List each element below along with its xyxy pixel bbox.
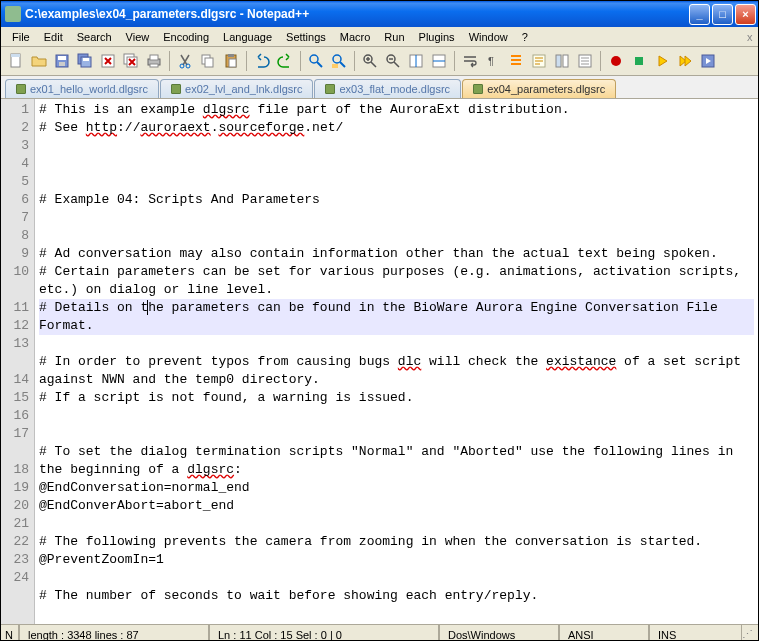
code-line[interactable]: @EndConverAbort=abort_end xyxy=(39,497,754,515)
play-macro-button[interactable] xyxy=(651,50,673,72)
menu-search[interactable]: Search xyxy=(70,29,119,45)
menu-language[interactable]: Language xyxy=(216,29,279,45)
save-all-button[interactable] xyxy=(74,50,96,72)
wordwrap-button[interactable] xyxy=(459,50,481,72)
tab-label: ex04_parameters.dlgsrc xyxy=(487,83,605,95)
code-line[interactable] xyxy=(39,515,754,533)
menu-window[interactable]: Window xyxy=(462,29,515,45)
line-number: 11 xyxy=(1,299,29,317)
zoom-in-button[interactable] xyxy=(359,50,381,72)
zoom-out-button[interactable] xyxy=(382,50,404,72)
status-bar: N length : 3348 lines : 87 Ln : 11 Col :… xyxy=(1,624,758,641)
tab-ex04_parameters-dlgsrc[interactable]: ex04_parameters.dlgsrc xyxy=(462,79,616,98)
svg-rect-34 xyxy=(635,57,643,65)
code-line[interactable]: # In order to prevent typos from causing… xyxy=(39,353,754,389)
line-number: 17 xyxy=(1,425,29,461)
tab-ex01_hello_world-dlgsrc[interactable]: ex01_hello_world.dlgsrc xyxy=(5,79,159,98)
status-length: length : 3348 lines : 87 xyxy=(19,625,209,641)
func-list-button[interactable] xyxy=(574,50,596,72)
code-line[interactable] xyxy=(39,335,754,353)
save-macro-button[interactable] xyxy=(697,50,719,72)
replace-button[interactable] xyxy=(328,50,350,72)
status-eol: Dos\Windows xyxy=(439,625,559,641)
close-file-button[interactable] xyxy=(97,50,119,72)
menu-macro[interactable]: Macro xyxy=(333,29,378,45)
record-macro-button[interactable] xyxy=(605,50,627,72)
code-line[interactable]: # If a script is not found, a warning is… xyxy=(39,389,754,407)
menu-encoding[interactable]: Encoding xyxy=(156,29,216,45)
svg-rect-12 xyxy=(150,55,158,60)
maximize-button[interactable]: □ xyxy=(712,4,733,25)
code-line[interactable] xyxy=(39,155,754,173)
close-button[interactable]: × xyxy=(735,4,756,25)
open-file-button[interactable] xyxy=(28,50,50,72)
code-editor[interactable]: # This is an example dlgsrc file part of… xyxy=(35,99,758,624)
paste-button[interactable] xyxy=(220,50,242,72)
play-multi-button[interactable] xyxy=(674,50,696,72)
svg-rect-13 xyxy=(150,64,158,67)
sync-v-button[interactable] xyxy=(405,50,427,72)
tab-ex02_lvl_and_lnk-dlgsrc[interactable]: ex02_lvl_and_lnk.dlgsrc xyxy=(160,79,313,98)
redo-button[interactable] xyxy=(274,50,296,72)
line-number: 3 xyxy=(1,137,29,155)
indent-guide-button[interactable] xyxy=(505,50,527,72)
code-line[interactable]: @PreventZoomIn=1 xyxy=(39,551,754,569)
print-button[interactable] xyxy=(143,50,165,72)
user-lang-button[interactable] xyxy=(528,50,550,72)
copy-button[interactable] xyxy=(197,50,219,72)
tab-ex03_flat_mode-dlgsrc[interactable]: ex03_flat_mode.dlgsrc xyxy=(314,79,461,98)
code-line[interactable] xyxy=(39,137,754,155)
code-line[interactable]: # Details on the parameters can be found… xyxy=(39,299,754,335)
code-line[interactable] xyxy=(39,569,754,587)
code-line[interactable] xyxy=(39,173,754,191)
status-position: Ln : 11 Col : 15 Sel : 0 | 0 xyxy=(209,625,439,641)
code-line[interactable] xyxy=(39,209,754,227)
tab-label: ex01_hello_world.dlgsrc xyxy=(30,83,148,95)
line-number: 6 xyxy=(1,191,29,209)
menu-settings[interactable]: Settings xyxy=(279,29,333,45)
svg-point-15 xyxy=(186,64,190,68)
doc-map-button[interactable] xyxy=(551,50,573,72)
cut-button[interactable] xyxy=(174,50,196,72)
menu-plugins[interactable]: Plugins xyxy=(412,29,462,45)
code-line[interactable]: # See http://auroraext.sourceforge.net/ xyxy=(39,119,754,137)
menu-run[interactable]: Run xyxy=(377,29,411,45)
file-icon xyxy=(325,84,335,94)
svg-rect-20 xyxy=(229,59,236,67)
code-line[interactable] xyxy=(39,407,754,425)
code-line[interactable]: # The number of seconds to wait before s… xyxy=(39,587,754,605)
code-line[interactable]: # Example 04: Scripts And Parameters xyxy=(39,191,754,209)
menu-view[interactable]: View xyxy=(119,29,157,45)
line-number: 7 xyxy=(1,209,29,227)
minimize-button[interactable]: _ xyxy=(689,4,710,25)
svg-point-14 xyxy=(180,64,184,68)
svg-rect-19 xyxy=(228,54,234,57)
menu-edit[interactable]: Edit xyxy=(37,29,70,45)
close-all-button[interactable] xyxy=(120,50,142,72)
undo-button[interactable] xyxy=(251,50,273,72)
code-line[interactable] xyxy=(39,425,754,443)
resize-grip[interactable]: ⋰ xyxy=(742,628,758,641)
code-line[interactable]: # This is an example dlgsrc file part of… xyxy=(39,101,754,119)
code-line[interactable]: # Ad conversation may also contain infor… xyxy=(39,245,754,263)
code-line[interactable]: @EndConversation=normal_end xyxy=(39,479,754,497)
show-all-chars-button[interactable]: ¶ xyxy=(482,50,504,72)
find-button[interactable] xyxy=(305,50,327,72)
menu-file[interactable]: File xyxy=(5,29,37,45)
status-stream: N xyxy=(1,625,19,641)
code-line[interactable]: # Certain parameters can be set for vari… xyxy=(39,263,754,299)
save-button[interactable] xyxy=(51,50,73,72)
menu-x-icon[interactable]: x xyxy=(740,29,754,45)
code-line[interactable] xyxy=(39,227,754,245)
stop-macro-button[interactable] xyxy=(628,50,650,72)
line-number: 12 xyxy=(1,317,29,335)
line-number: 15 xyxy=(1,389,29,407)
line-number: 2 xyxy=(1,119,29,137)
code-line[interactable]: # The following prevents the camera from… xyxy=(39,533,754,551)
line-number-gutter: 123456789101112131415161718192021222324 xyxy=(1,99,35,624)
menu-?[interactable]: ? xyxy=(515,29,535,45)
new-file-button[interactable] xyxy=(5,50,27,72)
line-number: 16 xyxy=(1,407,29,425)
code-line[interactable]: # To set the dialog termination scripts … xyxy=(39,443,754,479)
sync-h-button[interactable] xyxy=(428,50,450,72)
